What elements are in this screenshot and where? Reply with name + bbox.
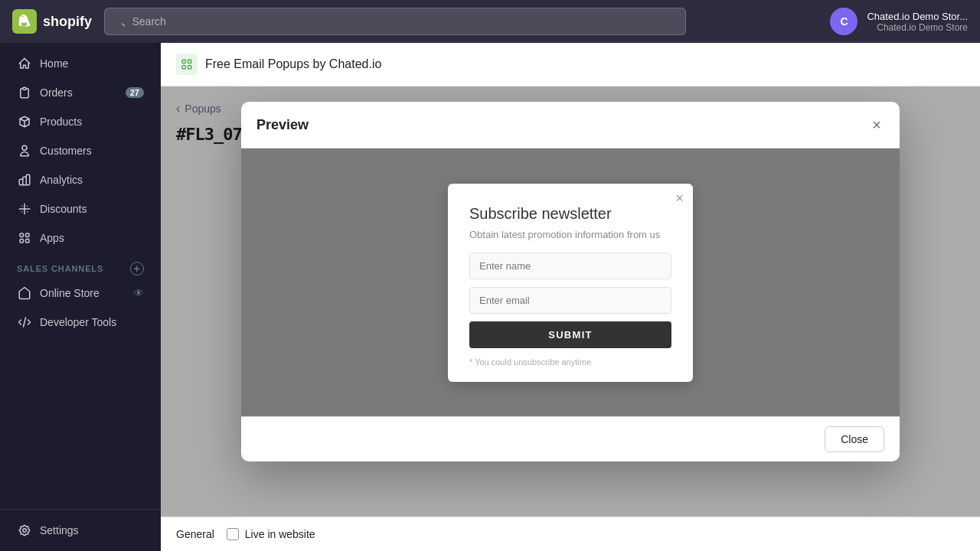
popup-title: Subscribe newsletter — [469, 205, 671, 223]
sidebar-bottom: Settings — [0, 509, 161, 545]
add-channel-button[interactable]: + — [130, 262, 144, 276]
shopify-logo[interactable]: shopify — [12, 9, 92, 34]
modal-overlay: Preview × × Subscribe newsletter Obtain … — [161, 86, 980, 517]
shopify-text: shopify — [43, 14, 92, 30]
page-area: ‹ Popups #FL3_07/29/42 – 00500-L-50-l Pr… — [161, 86, 980, 517]
sidebar-item-apps[interactable]: Apps — [5, 224, 156, 252]
preview-modal: Preview × × Subscribe newsletter Obtain … — [241, 102, 900, 461]
modal-footer-close-button[interactable]: Close — [825, 426, 884, 452]
modal-close-button[interactable]: × — [869, 114, 884, 135]
sidebar-label-settings: Settings — [40, 524, 79, 536]
popup-name-input[interactable] — [469, 253, 671, 279]
sidebar-item-home[interactable]: Home — [5, 50, 156, 77]
home-icon — [17, 56, 32, 71]
sidebar-item-analytics[interactable]: Analytics — [5, 166, 156, 194]
app-header: Free Email Popups by Chated.io — [161, 43, 980, 86]
search-bar[interactable] — [104, 8, 686, 35]
bottom-section: General Live in website — [161, 517, 980, 551]
svg-point-0 — [23, 529, 27, 533]
preview-area: × Subscribe newsletter Obtain latest pro… — [241, 148, 900, 416]
app-header-title: Free Email Popups by Chated.io — [205, 57, 381, 71]
popup-subtitle: Obtain latest promotion information from… — [469, 229, 671, 240]
sidebar-label-online-store: Online Store — [40, 287, 100, 299]
eye-icon[interactable]: 👁 — [133, 287, 144, 299]
store-icon — [17, 285, 32, 301]
search-input[interactable] — [132, 15, 677, 28]
shopify-svg — [17, 14, 32, 29]
store-sub: Chated.io Demo Store — [867, 22, 968, 33]
shopify-bag-icon — [12, 9, 37, 34]
sidebar-item-discounts[interactable]: Discounts — [5, 195, 156, 223]
live-website-checkbox[interactable] — [227, 528, 239, 540]
sidebar-item-settings[interactable]: Settings — [5, 517, 156, 544]
store-name: Chated.io Demo Stor... — [867, 11, 968, 22]
orders-icon — [17, 85, 32, 100]
sidebar-item-customers[interactable]: Customers — [5, 137, 156, 165]
modal-footer: Close — [241, 416, 900, 461]
popup-close-button[interactable]: × — [675, 191, 684, 205]
modal-header: Preview × — [241, 102, 900, 148]
sidebar-label-home: Home — [40, 57, 68, 70]
sidebar-label-orders: Orders — [40, 86, 73, 99]
discounts-icon — [17, 201, 32, 217]
sidebar-item-online-store[interactable]: Online Store 👁 — [5, 279, 156, 307]
sidebar-item-developer-tools[interactable]: Developer Tools — [5, 308, 156, 336]
sidebar: Home Orders 27 Products — [0, 43, 161, 551]
sidebar-label-discounts: Discounts — [40, 203, 87, 215]
sidebar-label-apps: Apps — [40, 232, 64, 244]
sidebar-label-developer-tools: Developer Tools — [40, 316, 116, 328]
store-info: Chated.io Demo Stor... Chated.io Demo St… — [867, 11, 968, 33]
sidebar-label-analytics: Analytics — [40, 174, 83, 186]
sales-channels-section: SALES CHANNELS + — [0, 253, 161, 279]
sidebar-label-customers: Customers — [40, 145, 92, 157]
live-website-check: Live in website — [227, 528, 315, 540]
customers-icon — [17, 143, 32, 158]
main-content: Free Email Popups by Chated.io ‹ Popups … — [161, 43, 980, 551]
dev-icon — [17, 315, 32, 330]
grid-icon — [180, 57, 194, 71]
modal-title: Preview — [256, 117, 309, 133]
popup-card: × Subscribe newsletter Obtain latest pro… — [448, 184, 693, 382]
products-icon — [17, 114, 32, 129]
live-website-label: Live in website — [245, 528, 315, 540]
sales-channels-label: SALES CHANNELS — [17, 264, 103, 273]
app-header-icon — [176, 54, 198, 75]
general-label: General — [176, 528, 214, 540]
orders-badge: 27 — [126, 87, 144, 98]
analytics-icon — [17, 172, 32, 187]
settings-icon — [17, 523, 32, 538]
topbar: shopify C Chated.io Demo Stor... Chated.… — [0, 0, 980, 43]
apps-icon — [17, 230, 32, 246]
popup-email-input[interactable] — [469, 287, 671, 314]
popup-submit-button[interactable]: SUBMIT — [469, 321, 671, 348]
popup-note: * You could unsubscribe anytime — [469, 357, 671, 367]
topbar-right: C Chated.io Demo Stor... Chated.io Demo … — [830, 8, 968, 35]
sidebar-item-orders[interactable]: Orders 27 — [5, 79, 156, 106]
layout: Home Orders 27 Products — [0, 43, 980, 551]
modal-body: × Subscribe newsletter Obtain latest pro… — [241, 148, 900, 416]
sidebar-item-products[interactable]: Products — [5, 108, 156, 135]
search-icon — [114, 15, 126, 28]
avatar[interactable]: C — [830, 8, 858, 35]
sidebar-label-products: Products — [40, 116, 82, 128]
